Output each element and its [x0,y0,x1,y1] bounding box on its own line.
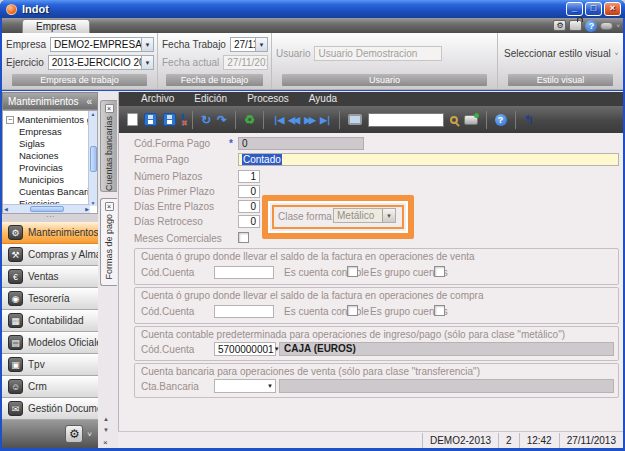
chevron-down-icon[interactable]: ˅ [87,430,92,439]
es-cuenta-contable-checkbox[interactable] [347,266,358,277]
module-modelos-oficiales[interactable]: ▤ Modelos Oficiales [2,332,98,354]
cod-cuenta-metalico-dropdown[interactable]: 5700000001 ▼ [214,342,276,356]
module-gestion-documental[interactable]: ✉ Gestión Documental [2,398,98,420]
group-usuario: Usuario Usuario Demostracion Usuario [272,33,498,89]
clase-forma-pago-dropdown[interactable]: Metálico ▼ [333,208,396,223]
tree-vertical-scrollbar[interactable]: ▲ ▼ [88,111,97,206]
nav-last-icon[interactable]: ▶❘ [320,115,330,125]
save-icon[interactable] [144,113,157,126]
tree-node-root[interactable]: − Mantenimientos generales [3,114,88,126]
scroll-up-icon[interactable]: ▲ [91,111,96,117]
estilo-group-caption: Estilo visual [508,74,613,86]
doc-tab-formas-de-pago[interactable]: × Formas de pago [100,198,117,286]
close-button[interactable]: × [604,2,621,16]
estilo-visual-dropdown[interactable]: Seleccionar estilo visual ˅ [504,46,617,61]
close-tab-icon[interactable]: × [105,104,114,113]
forma-pago-field[interactable]: Contado [238,153,619,166]
menu-edicion[interactable]: Edición [184,92,237,106]
es-cuenta-contable-checkbox[interactable] [347,305,358,316]
menu-procesos[interactable]: Procesos [237,92,299,106]
toolbar-separator [339,111,340,129]
scroll-down-icon[interactable]: ▼ [91,200,96,206]
tab-empresa[interactable]: Empresa [22,19,90,33]
dias-entre-plazos-field[interactable]: 0 [238,200,260,213]
module-mantenimientos[interactable]: ⚙ Mantenimientos [2,222,98,244]
nav-previous-icon[interactable]: ◀◀ [288,115,298,125]
chevron-down-icon[interactable]: ˅ [616,22,620,30]
group-empresa-de-trabajo: Empresa DEMO2-EMPRESA DE DEMOSTRACI... ▼… [2,33,158,89]
module-tpv[interactable]: ▣ Tpv [2,354,98,376]
tabs-scroll-up-icon[interactable]: ▲ [103,416,109,422]
dias-primer-plazo-field[interactable]: 0 [238,185,260,198]
tabs-close-icon[interactable]: × [103,438,108,447]
sidebar-options-gear-icon[interactable]: ⚙ [65,425,83,443]
recycle-icon[interactable]: ♻ [244,114,255,126]
new-record-icon[interactable] [127,113,138,126]
scrollbar-thumb[interactable] [90,146,97,172]
scroll-left-icon[interactable]: ◀ [4,206,8,212]
ejercicio-combobox[interactable]: 2013-EJERCICIO 2013 ▼ [48,55,154,70]
settings-gear-icon[interactable]: ⚙ [553,20,566,31]
title-bar[interactable]: Indot _ □ × [0,0,625,18]
minimize-button[interactable]: _ [566,2,583,16]
search-icon[interactable] [450,116,458,124]
cta-bancaria-dropdown[interactable]: ▼ [214,379,276,393]
help-icon[interactable]: ? [495,114,507,126]
search-input[interactable] [368,113,444,127]
document-tab-strip: × Cuentas bancarias × Formas de pago ▲ ▼… [98,92,118,448]
cod-cuenta-compra-field[interactable] [214,305,274,318]
nav-next-icon[interactable]: ▶▶ [304,115,314,125]
tabs-scroll-down-icon[interactable]: ▼ [103,427,109,433]
redo-icon[interactable]: ↷ [217,114,227,126]
refresh-icon[interactable]: ↻ [201,114,211,126]
module-crm[interactable]: ☺ Crm [2,376,98,398]
style-selector-icon[interactable] [600,22,613,30]
module-ventas[interactable]: € Ventas [2,266,98,288]
cod-cuenta-venta-field[interactable] [214,266,274,279]
module-tesoreria[interactable]: ◉ Tesorería [2,288,98,310]
meses-comerciales-checkbox[interactable] [238,232,249,243]
dias-retroceso-field[interactable]: 0 [238,215,260,228]
tree-node-empresas[interactable]: Empresas [3,126,88,138]
collapse-node-icon[interactable]: − [6,116,14,124]
nav-first-icon[interactable]: ❘◀ [272,115,282,125]
app-logo-icon [6,4,17,15]
fecha-trabajo-combobox[interactable]: 27/11/2013 ▼ [230,37,268,52]
close-tab-icon[interactable]: × [105,202,114,211]
preview-icon[interactable] [348,114,362,125]
print-icon[interactable] [464,115,478,125]
tree-node-municipios[interactable]: Municipios [3,174,88,186]
chevron-down-icon[interactable]: ▼ [141,38,153,51]
collapse-panel-icon[interactable]: « [86,96,92,107]
module-compras-y-almacen[interactable]: ⚒ Compras y Almacén [2,244,98,266]
sidebar-splitter[interactable]: ⋯ [2,214,98,222]
delete-record-icon[interactable]: × [182,114,184,125]
numero-plazos-field[interactable]: 1 [238,170,260,183]
tree-node-siglas[interactable]: Siglas [3,138,88,150]
tree-node-naciones[interactable]: Naciones [3,150,88,162]
empresa-combobox[interactable]: DEMO2-EMPRESA DE DEMOSTRACI... ▼ [50,37,154,52]
menu-archivo[interactable]: Archivo [131,92,184,106]
es-grupo-cuentas-checkbox[interactable] [434,305,445,316]
usuario-label: Usuario [276,48,310,59]
es-grupo-cuentas-checkbox[interactable] [434,266,445,277]
menu-ayuda[interactable]: Ayuda [299,92,347,106]
save-all-icon[interactable] [163,113,176,126]
scroll-right-icon[interactable]: ▶ [85,206,89,212]
chevron-down-icon[interactable]: ▼ [255,38,267,51]
gear-icon: ⚙ [8,225,23,240]
lock-icon[interactable] [569,20,582,31]
cod-cuenta-label: Cód.Cuenta [141,344,194,355]
help-icon[interactable]: ? [585,20,597,32]
chevron-down-icon[interactable]: ▼ [141,56,153,69]
cod-cuenta-label: Cód.Cuenta [141,306,194,317]
module-contabilidad[interactable]: ▦ Contabilidad [2,310,98,332]
form-icon: ▤ [8,335,23,350]
tree-node-cuentas-bancarias[interactable]: Cuentas Bancarias [3,186,88,198]
restore-button[interactable]: □ [585,2,602,16]
doc-tab-cuentas-bancarias[interactable]: × Cuentas bancarias [100,100,117,192]
back-arrow-icon[interactable]: ↰ [524,114,534,126]
status-record-count: 2 [498,433,519,448]
empresa-label: Empresa [6,39,46,50]
tree-node-provincias[interactable]: Provincias [3,162,88,174]
